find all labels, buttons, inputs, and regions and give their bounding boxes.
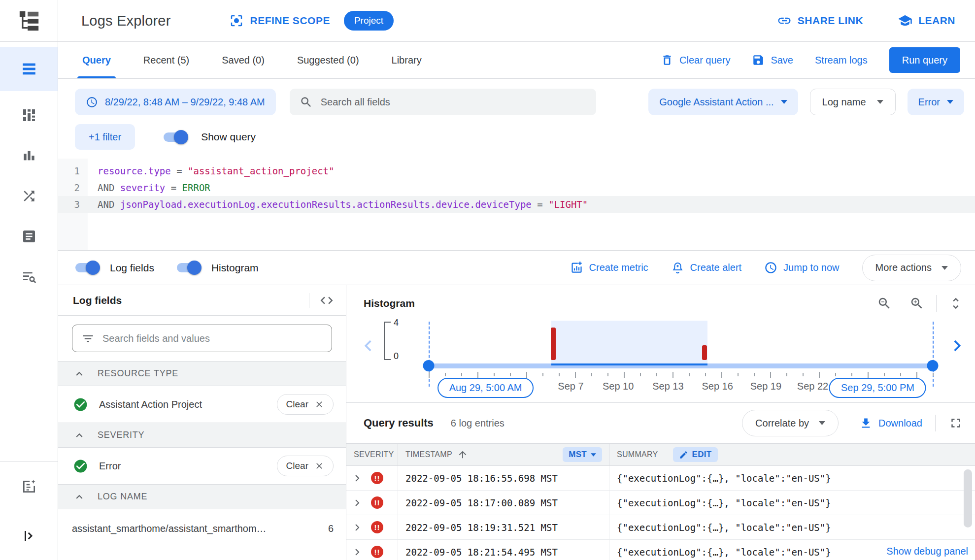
expand-row-icon[interactable] [351,522,363,533]
stream-logs-button[interactable]: Stream logs [815,55,868,66]
timestamp-column-label[interactable]: TIMESTAMP [405,450,452,459]
log-fields-search-input[interactable] [102,333,323,344]
slider-handle-end[interactable] [927,360,939,371]
range-end-pill[interactable]: Sep 29, 5:00 PM [829,378,926,398]
clear-severity-filter-button[interactable]: Clear [277,456,334,476]
link-icon [777,13,792,28]
create-metric-button[interactable]: Create metric [570,261,648,274]
nav-release-notes[interactable] [0,461,58,511]
y-axis-max: 4 [394,318,399,328]
project-scope-badge[interactable]: Project [344,11,394,31]
log-entry-row[interactable]: !! 2022-09-05 18:17:00.089 MST {"executi… [346,491,975,515]
logs-explorer-app: Logs Explorer REFINE SCOPE Project SHARE… [0,0,975,560]
download-icon [859,417,873,430]
log-timestamp: 2022-09-05 18:21:54.495 MST [398,540,609,560]
log-entry-row[interactable]: !! 2022-09-05 18:21:54.495 MST {"executi… [346,540,975,560]
show-debug-panel-link[interactable]: Show debug panel [883,546,968,557]
log-fields-panel: Log fields RESOURCE TYPE [58,285,346,560]
edit-summary-button[interactable]: EDIT [673,447,718,462]
timezone-dropdown[interactable]: MST [563,447,602,462]
search-all-fields-input[interactable] [321,97,586,108]
histogram-plot[interactable]: Aug 29, 5:00 AM Sep 7 Sep 10 Sep 13 Sep … [429,317,933,396]
histogram-panel: Histogram 4 0 [346,285,975,403]
pan-right-icon[interactable] [948,337,965,354]
run-query-button[interactable]: Run query [889,47,960,73]
field-item-label: Assistant Action Project [99,399,266,410]
histogram-bar[interactable] [702,345,707,360]
page-title: Logs Explorer [81,13,171,29]
tab-saved[interactable]: Saved (0) [217,42,269,78]
nav-logs-dashboard[interactable] [0,95,58,135]
jump-to-now-button[interactable]: Jump to now [764,261,839,274]
search-all-fields-box[interactable] [290,89,596,115]
save-button[interactable]: Save [752,54,793,66]
create-alert-button[interactable]: Create alert [671,261,742,274]
fullscreen-icon[interactable] [948,416,963,430]
section-severity[interactable]: SEVERITY [58,423,346,448]
slider-handle-start[interactable] [423,360,435,371]
sort-ascending-icon[interactable] [457,449,468,460]
jump-to-now-label: Jump to now [783,262,839,273]
nav-logs-router[interactable] [0,176,58,216]
log-name-value-row[interactable]: assistant_smarthome/assistant_smarthom… … [58,509,346,548]
range-start-pill[interactable]: Aug 29, 5:00 AM [437,378,534,398]
zoom-out-icon[interactable] [877,296,892,311]
nav-logs-metrics[interactable] [0,135,58,176]
code-brackets-icon[interactable] [319,293,334,308]
query-editor-line-active: 3 AND jsonPayload.executionLog.execution… [58,196,975,213]
histogram-bar[interactable] [551,328,556,360]
add-filter-chip[interactable]: +1 filter [75,124,135,150]
section-resource-type[interactable]: RESOURCE TYPE [58,362,346,386]
chevron-up-icon [73,491,86,503]
column-summary: SUMMARY EDIT [609,444,975,465]
zoom-in-icon[interactable] [909,296,924,311]
clear-query-button[interactable]: Clear query [661,54,730,66]
create-metric-label: Create metric [589,262,648,273]
correlate-by-dropdown[interactable]: Correlate by [742,410,839,436]
expand-row-icon[interactable] [351,546,363,558]
nav-log-scopes[interactable] [0,257,58,297]
share-link-button[interactable]: SHARE LINK [777,13,863,28]
log-entry-row[interactable]: !! 2022-09-05 18:19:31.521 MST {"executi… [346,515,975,540]
log-name-dropdown[interactable]: Log name [810,89,896,115]
learn-button[interactable]: LEARN [898,13,955,28]
resource-type-dropdown-label: Google Assistant Action ... [659,97,773,108]
histogram-toggle[interactable] [177,263,200,272]
log-fields-search-box[interactable] [72,325,332,352]
clear-resource-filter-button[interactable]: Clear [277,394,334,415]
nav-logs-explorer[interactable] [0,47,58,91]
histogram-chart: 4 0 [346,317,975,396]
log-entry-row[interactable]: !! 2022-09-05 18:16:55.698 MST {"executi… [346,466,975,491]
create-alert-icon [671,261,684,274]
download-button[interactable]: Download [859,417,922,430]
chevron-up-icon [73,367,86,380]
pan-left-icon[interactable] [360,337,377,354]
query-editor[interactable]: 1 resource.type = "assistant_action_proj… [58,159,975,251]
nav-logs-storage[interactable] [0,216,58,257]
unfold-more-icon[interactable] [948,296,963,311]
section-log-name[interactable]: LOG NAME [58,485,346,509]
log-fields-toggle[interactable] [75,263,98,272]
refine-scope-button[interactable]: REFINE SCOPE [229,13,330,28]
close-icon [314,399,324,409]
query-editor-line: 1 resource.type = "assistant_action_proj… [58,163,975,179]
tab-library[interactable]: Library [387,42,427,78]
resource-type-dropdown[interactable]: Google Assistant Action ... [648,89,798,115]
severity-dropdown[interactable]: Error [908,89,964,115]
expand-row-icon[interactable] [351,497,363,509]
time-range-chip[interactable]: 8/29/22, 8:48 AM – 9/29/22, 9:48 AM [75,89,276,115]
release-notes-icon [21,479,37,494]
tab-recent[interactable]: Recent (5) [138,42,194,78]
create-metric-icon [570,261,583,274]
tab-suggested[interactable]: Suggested (0) [292,42,364,78]
results-scrollbar[interactable] [964,469,972,527]
line-number: 3 [58,199,88,210]
open-panel-button[interactable] [0,511,58,560]
tab-query[interactable]: Query [77,42,116,78]
more-actions-dropdown[interactable]: More actions [862,255,962,281]
caret-down-icon [941,266,948,270]
expand-row-icon[interactable] [351,472,363,484]
error-severity-icon: !! [371,546,383,558]
query-tab-bar: Query Recent (5) Saved (0) Suggested (0)… [58,42,975,79]
show-query-toggle[interactable] [164,132,186,142]
